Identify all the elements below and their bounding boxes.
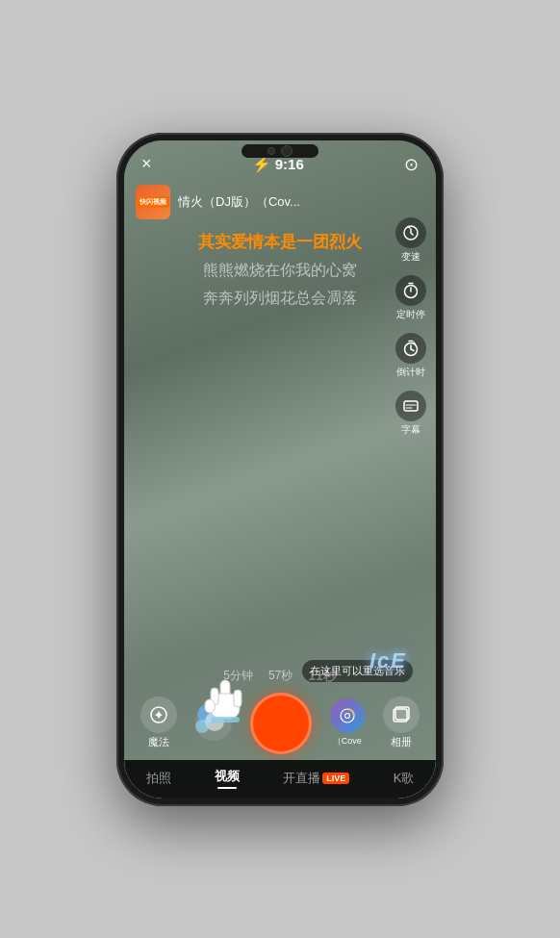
tab-bar: 拍照 视频 开直播 LIVE K歌	[124, 760, 436, 799]
tab-video[interactable]: 视频	[215, 768, 240, 789]
tab-live-with-badge: 开直播 LIVE	[283, 770, 349, 787]
album-label: （Cove	[333, 735, 362, 748]
svg-point-12	[344, 714, 349, 719]
quick-tag: 快闪视频	[137, 196, 169, 208]
camera-dot-main	[281, 145, 293, 157]
tab-karaoke[interactable]: K歌	[394, 770, 415, 787]
svg-rect-8	[205, 699, 215, 713]
svg-rect-7	[234, 690, 242, 707]
status-left: ×	[141, 154, 152, 174]
music-thumbnail: 快闪视频	[136, 185, 170, 219]
status-right: ⊙	[404, 154, 419, 175]
lyrics-area: 其实爱情本是一团烈火 熊熊燃烧在你我的心窝 奔奔列列烟花总会凋落	[124, 223, 436, 662]
music-thumbnail-inner: 快闪视频	[136, 185, 170, 219]
tab-video-underline	[217, 787, 237, 789]
tab-photo-label: 拍照	[146, 770, 171, 787]
svg-rect-9	[211, 717, 240, 723]
phone-camera-area	[242, 144, 318, 158]
album-icon	[330, 698, 365, 733]
live-badge: LIVE	[322, 773, 349, 784]
time-display: 9:16	[275, 156, 304, 172]
photo-album-label: 相册	[391, 735, 412, 749]
album-button[interactable]: （Cove	[330, 698, 365, 748]
tab-live[interactable]: 开直播 LIVE	[283, 770, 349, 787]
flash-icon[interactable]: ⚡	[252, 155, 271, 173]
bottom-section: 5分钟 57秒 11秒 在这里可以重选音乐 魔法	[124, 662, 436, 760]
tab-karaoke-label: K歌	[394, 770, 415, 787]
status-center: ⚡ 9:16	[252, 155, 304, 173]
hand-cursor-overlay	[203, 678, 251, 731]
duration-57s[interactable]: 57秒	[268, 668, 293, 684]
lyric-line-1: 其实爱情本是一团烈火	[140, 231, 420, 253]
tab-live-label: 开直播	[283, 770, 320, 787]
tab-video-label: 视频	[215, 768, 240, 785]
photo-album-icon	[383, 697, 420, 733]
screen: × ⚡ 9:16 ⊙ 快闪视频 情火（DJ版）（Cov...	[124, 140, 436, 799]
magic-label: 魔法	[148, 735, 169, 749]
photo-album-button[interactable]: 相册	[383, 697, 420, 749]
magic-button[interactable]: 魔法	[140, 697, 177, 749]
tab-photo[interactable]: 拍照	[146, 770, 171, 787]
camera-dot-small	[267, 147, 275, 155]
controls-row: 魔法	[132, 689, 428, 760]
lyric-line-2: 熊熊燃烧在你我的心窝	[140, 261, 420, 281]
magic-icon	[140, 697, 177, 733]
ice-text: IcE	[369, 648, 407, 673]
close-button[interactable]: ×	[141, 154, 152, 173]
svg-rect-14	[395, 707, 409, 720]
phone-frame: × ⚡ 9:16 ⊙ 快闪视频 情火（DJ版）（Cov...	[116, 133, 444, 806]
music-title: 情火（DJ版）（Cov...	[178, 193, 424, 211]
camera-switch-icon[interactable]: ⊙	[404, 155, 419, 174]
lyric-line-3: 奔奔列列烟花总会凋落	[140, 289, 420, 309]
music-bar[interactable]: 快闪视频 情火（DJ版）（Cov...	[124, 181, 436, 223]
record-button[interactable]	[250, 693, 312, 754]
